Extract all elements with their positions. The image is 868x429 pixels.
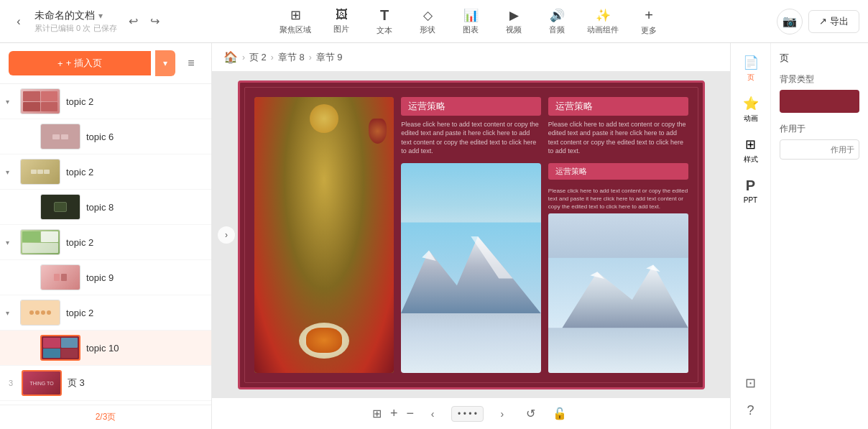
audio-icon: 🔊 xyxy=(550,8,565,23)
tool-audio[interactable]: 🔊 音频 xyxy=(537,5,577,38)
home-icon[interactable]: 🏠 xyxy=(223,50,238,64)
list-item[interactable]: ▾ topic 2 xyxy=(0,225,211,260)
slide-text-4: Please click here to add text content or… xyxy=(548,187,688,211)
slide-thumbnail xyxy=(20,159,60,185)
insert-page-button[interactable]: + + 插入页 xyxy=(9,51,151,75)
slide-thumbnail xyxy=(20,88,60,114)
redo-button[interactable]: ↪ xyxy=(144,11,165,32)
slide-mountain-photo-1[interactable] xyxy=(401,163,541,373)
image-label: 图片 xyxy=(333,24,349,34)
slide-thumbnail xyxy=(40,124,80,149)
breadcrumb: 🏠 › 页 2 › 章节 8 › 章节 9 xyxy=(212,43,730,72)
expand-icon: ▾ xyxy=(6,168,14,176)
style-input[interactable] xyxy=(780,139,859,160)
audio-label: 音频 xyxy=(549,24,565,35)
breadcrumb-chapter8[interactable]: 章节 8 xyxy=(278,51,305,64)
list-item[interactable]: 3 THING TO 页 3 xyxy=(0,366,211,401)
sidebar-menu-button[interactable]: ≡ xyxy=(180,52,203,75)
style-tab-icon: ⊞ xyxy=(745,137,756,152)
camera-icon: 📷 xyxy=(782,14,797,28)
tool-image[interactable]: 🖼 图片 xyxy=(321,5,361,37)
breadcrumb-sep: › xyxy=(309,52,312,63)
text-icon: T xyxy=(380,7,389,24)
shape-icon: ◇ xyxy=(423,8,433,23)
list-item[interactable]: topic 6 xyxy=(0,119,211,154)
zoom-in-button[interactable]: + xyxy=(390,406,398,421)
page-number: 3 xyxy=(6,379,16,387)
expand-icon: ▾ xyxy=(6,98,14,106)
export-button[interactable]: ↗ 导出 xyxy=(808,10,859,33)
unlock-button[interactable]: 🔓 xyxy=(550,404,570,424)
slide-thumbnail xyxy=(40,264,80,290)
bottom-toolbar: ⊞ + − ‹ • • • • › ↺ 🔓 xyxy=(212,397,730,429)
tool-chart[interactable]: 📊 图表 xyxy=(451,5,491,38)
undo-button[interactable]: ↩ xyxy=(123,11,143,32)
prev-slide-button[interactable]: ‹ xyxy=(423,404,443,424)
panel-help-button[interactable]: ? xyxy=(738,397,764,423)
panel-section-title: 页 xyxy=(780,52,859,65)
expand-icon: ▾ xyxy=(6,239,14,246)
slide-center-image[interactable] xyxy=(254,97,394,373)
tab-style[interactable]: ⊞ 样式 xyxy=(733,131,769,170)
back-button[interactable]: ‹ xyxy=(9,11,29,32)
breadcrumb-page2[interactable]: 页 2 xyxy=(249,51,267,64)
anim-icon: ✨ xyxy=(596,8,611,23)
sidebar-footer: 2/3页 xyxy=(0,405,211,429)
tool-video[interactable]: ▶ 视频 xyxy=(494,5,534,38)
breadcrumb-chapter9[interactable]: 章节 9 xyxy=(316,51,343,64)
tab-ppt[interactable]: P PPT xyxy=(733,172,769,210)
slide-frame[interactable]: 运营策略 Please click here to add text conte… xyxy=(238,80,705,389)
slide-label: topic 8 xyxy=(86,202,114,213)
list-item[interactable]: topic 9 xyxy=(0,260,211,295)
tab-page[interactable]: 📄 页 xyxy=(733,49,769,88)
slide-cell-3[interactable]: 运营策略 Please click here to add text conte… xyxy=(548,97,688,156)
tool-text[interactable]: T 文本 xyxy=(364,4,405,39)
save-status: 已保存 xyxy=(93,23,117,34)
tab-animation[interactable]: ⭐ 动画 xyxy=(733,90,769,129)
insert-plus-icon: + xyxy=(57,58,63,69)
tool-focus[interactable]: ⊞ 聚焦区域 xyxy=(272,4,318,38)
list-item[interactable]: topic 8 xyxy=(0,190,211,225)
doc-meta: 累计已编辑 0 次 已保存 xyxy=(34,23,117,34)
panel-layout-button[interactable]: ⊡ xyxy=(738,370,764,396)
list-item[interactable]: ▾ topic 2 xyxy=(0,154,211,190)
camera-button[interactable]: 📷 xyxy=(777,9,803,34)
slide-tag-4: 运营策略 xyxy=(548,163,688,180)
list-item[interactable]: ▾ topic 2 xyxy=(0,295,211,331)
panel-toggle-button[interactable]: › xyxy=(218,226,235,244)
slide-label: topic 9 xyxy=(86,272,114,283)
right-panel: 📄 页 ⭐ 动画 ⊞ 样式 P PPT ⊡ ? 页 背景类型 xyxy=(730,43,868,429)
breadcrumb-sep: › xyxy=(271,52,274,63)
slide-cell-4[interactable]: 运营策略 Please click here to add text conte… xyxy=(548,163,688,373)
slide-tag-1: 运营策略 xyxy=(401,97,541,116)
bg-color-swatch[interactable] xyxy=(780,90,859,113)
zoom-indicator[interactable]: • • • • xyxy=(451,406,484,422)
slide-canvas: › 运营策略 Please click here to add text con… xyxy=(212,72,730,397)
next-slide-button[interactable]: › xyxy=(492,404,512,424)
insert-dropdown-button[interactable]: ▾ xyxy=(155,50,175,76)
list-item[interactable]: topic 10 xyxy=(0,331,211,366)
page-tab-icon: 📄 xyxy=(743,55,759,70)
grid-view-icon[interactable]: ⊞ xyxy=(372,407,382,420)
anim-label: 动画组件 xyxy=(587,24,619,35)
slide-text-3: Please click here to add text content or… xyxy=(548,120,688,156)
doc-title: 未命名的文档 xyxy=(34,9,95,22)
list-item[interactable]: ▾ topic 2 xyxy=(0,84,211,119)
main-content: + + 插入页 ▾ ≡ ▾ xyxy=(0,43,868,429)
toolbar-center: ⊞ 聚焦区域 🖼 图片 T 文本 ◇ 形状 📊 图表 ▶ 视频 🔊 音频 ✨ xyxy=(167,4,774,39)
tool-more[interactable]: + 更多 xyxy=(629,4,669,39)
tool-shape[interactable]: ◇ 形状 xyxy=(407,5,448,38)
chart-label: 图表 xyxy=(463,24,479,35)
sidebar-list: ▾ topic 2 xyxy=(0,84,211,405)
text-label: 文本 xyxy=(377,25,392,36)
zoom-out-button[interactable]: − xyxy=(407,406,415,421)
anim-tab-icon: ⭐ xyxy=(743,96,759,111)
insert-arrow-icon: ▾ xyxy=(163,58,167,68)
right-panel-content: 页 背景类型 作用于 xyxy=(771,43,868,429)
focus-label: 聚焦区域 xyxy=(280,24,311,35)
video-label: 视频 xyxy=(506,24,522,35)
rotate-button[interactable]: ↺ xyxy=(521,404,541,424)
slide-cell-1[interactable]: 运营策略 Please click here to add text conte… xyxy=(401,97,541,156)
slide-thumbnail xyxy=(40,194,80,220)
tool-anim[interactable]: ✨ 动画组件 xyxy=(580,5,626,38)
